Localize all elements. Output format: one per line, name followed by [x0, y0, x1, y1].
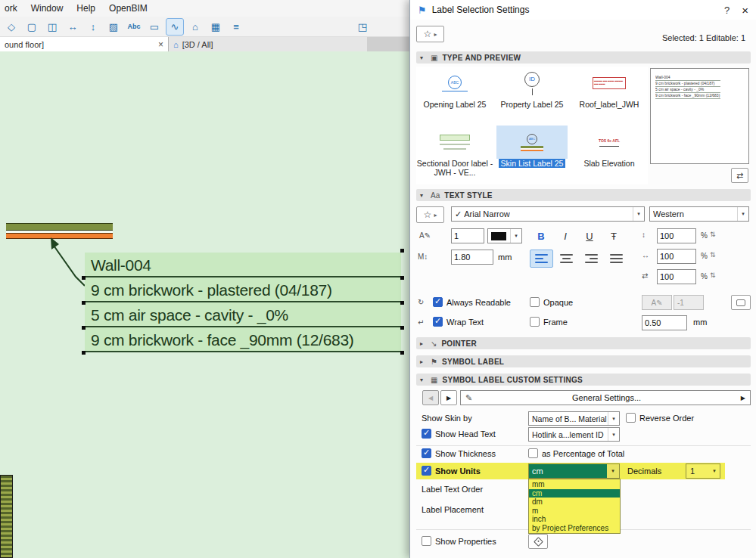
label-preview-pane: Wall-004 9 cm brickwork - plastered (04/… [650, 68, 749, 164]
axonometry-icon[interactable]: ◳ [353, 18, 372, 36]
menu-openbim[interactable]: OpenBIM [109, 3, 148, 14]
selection-handle[interactable] [400, 351, 404, 355]
align-right-button[interactable] [580, 250, 603, 268]
text-tool-icon[interactable]: Abc [125, 18, 143, 36]
general-settings-bar[interactable]: ✎ General Settings... ▶ [460, 390, 751, 405]
show-properties-checkbox[interactable] [422, 536, 431, 546]
show-units-checkbox[interactable] [422, 466, 431, 476]
as-percentage-checkbox[interactable] [528, 448, 538, 458]
font-size-input[interactable] [451, 228, 484, 243]
stepper-icon[interactable]: ⇅ [710, 251, 716, 259]
section-symbol-label-custom-settings[interactable]: ▾ ▦ SYMBOL LABEL CUSTOM SETTINGS [416, 374, 751, 386]
show-thickness-checkbox[interactable] [422, 448, 431, 458]
wall-section[interactable] [6, 223, 113, 239]
frame-checkbox[interactable] [530, 317, 540, 327]
menu-help[interactable]: Help [76, 3, 95, 14]
text-pen-color-combo[interactable]: ▾ [487, 228, 522, 243]
label-skin-row: 5 cm air space - cavity - _0% [85, 302, 401, 327]
opaque-checkbox[interactable] [530, 297, 540, 307]
frame-offset-input[interactable] [642, 315, 687, 330]
underline-button[interactable]: U [578, 227, 601, 245]
split-window-icon[interactable]: ◫ [43, 18, 61, 36]
units-option-by-project-preferences[interactable]: by Project Preferences [529, 524, 620, 533]
tab-3d-all[interactable]: ⌂ [3D / All] [168, 37, 367, 51]
properties-button[interactable] [528, 534, 548, 549]
menu-window[interactable]: Window [31, 3, 64, 14]
page-forward-button[interactable]: ▶ [440, 390, 457, 405]
pan-icon[interactable]: ↕ [84, 18, 102, 36]
type-item-skin-list[interactable]: ABC Skin List Label 25 [493, 126, 571, 184]
page-back-button[interactable]: ◀ [422, 390, 439, 405]
tracking-input[interactable] [657, 269, 696, 284]
section-symbol-label[interactable]: ▸ ⚑ SYMBOL LABEL [416, 355, 751, 367]
align-left-button[interactable] [530, 250, 553, 268]
width-factor-input[interactable] [657, 249, 696, 264]
units-combo[interactable]: cm ▾ [528, 463, 620, 479]
transfer-settings-button[interactable]: ⇄ [731, 168, 748, 183]
line-spacing-input[interactable] [657, 228, 696, 243]
close-tab-icon[interactable]: × [158, 39, 163, 50]
stepper-icon[interactable]: ⇅ [710, 231, 716, 238]
dialog-titlebar[interactable]: ⚑ Label Selection Settings ? × [410, 0, 756, 20]
roof-tool-icon[interactable]: ⌂ [186, 18, 204, 36]
selection-handle[interactable] [400, 326, 404, 330]
selection-handle[interactable] [82, 276, 86, 280]
selection-handle[interactable] [400, 276, 404, 280]
section-pointer[interactable]: ▸ ↘ POINTER [416, 337, 751, 349]
decimals-combo[interactable]: 1 ▾ [686, 463, 720, 479]
selection-handle[interactable] [82, 326, 86, 330]
drawing-canvas[interactable]: Wall-004 9 cm brickwork - plastered (04/… [0, 51, 409, 558]
type-item-sectional-door[interactable]: Sectional Door label - JWH - VE... [416, 126, 493, 184]
sectional-door-icon [419, 126, 490, 159]
units-option-mm[interactable]: mm [529, 480, 620, 489]
always-readable-checkbox[interactable] [433, 297, 443, 307]
selection-handle[interactable] [82, 351, 86, 355]
align-center-button[interactable] [555, 250, 578, 268]
show-head-text-checkbox[interactable] [422, 429, 431, 439]
skin-by-combo[interactable]: Name of B... Material ▾ [528, 411, 620, 426]
units-option-cm[interactable]: cm [529, 489, 620, 498]
text-favorites-button[interactable]: ☆ ▸ [416, 206, 444, 223]
selection-handle[interactable] [400, 249, 404, 253]
type-item-opening-label[interactable]: ABC Opening Label 25 [416, 67, 493, 126]
type-item-roof-label[interactable]: ▂▂▂▂ ▂▂ ▂▂▂ ▂▂▂▂ ▂▂ ▂▂▂ Roof_label_JWH [571, 67, 648, 126]
stepper-icon[interactable]: ⇅ [710, 271, 716, 279]
strikethrough-button[interactable]: Ŧ [602, 227, 625, 245]
reverse-order-checkbox[interactable] [626, 413, 636, 423]
tab-ground-floor[interactable]: ound floor] × [0, 37, 168, 51]
fit-width-icon[interactable]: ↔ [64, 18, 82, 36]
wall-label[interactable]: Wall-004 9 cm brickwork - plastered (04/… [85, 253, 401, 352]
head-text-combo[interactable]: Hotlink a...lement ID ▾ [528, 427, 620, 442]
close-button[interactable]: × [742, 4, 748, 17]
units-option-inch[interactable]: inch [529, 515, 620, 524]
spline-tool-icon[interactable]: ∿ [166, 18, 184, 36]
preview-line: Wall-004 [655, 75, 720, 81]
background-pen-button[interactable] [731, 295, 751, 310]
font-combo[interactable]: ✓ Arial Narrow ▾ [451, 206, 645, 222]
show-units-label: Show Units [435, 467, 481, 476]
grid-icon[interactable]: ▦ [207, 18, 225, 36]
marquee-diamond-icon[interactable]: ◇ [2, 18, 20, 36]
layers-icon[interactable]: ≡ [227, 18, 245, 36]
units-option-dm[interactable]: dm [529, 498, 620, 507]
favorites-button[interactable]: ☆ ▸ [416, 26, 444, 42]
selection-handle[interactable] [400, 301, 404, 305]
section-type-and-preview[interactable]: ▾ ▣ TYPE AND PREVIEW [416, 51, 751, 64]
selection-handle[interactable] [82, 301, 86, 305]
align-justify-button[interactable] [605, 250, 628, 268]
italic-button[interactable]: I [554, 227, 577, 245]
text-height-input[interactable] [451, 250, 493, 265]
wrap-text-checkbox[interactable] [433, 317, 443, 327]
detail-icon[interactable]: ▭ [145, 18, 163, 36]
virtual-trace-icon[interactable]: ▢ [23, 18, 41, 36]
encoding-combo[interactable]: Western ▾ [649, 206, 749, 222]
type-item-property-label[interactable]: ID Property Label 25 [493, 67, 571, 126]
help-button[interactable]: ? [724, 5, 730, 16]
section-text-style[interactable]: ▾ Aa TEXT STYLE [416, 189, 751, 201]
bold-button[interactable]: B [530, 227, 552, 245]
units-option-m[interactable]: m [529, 507, 620, 516]
section-title: TEXT STYLE [444, 191, 493, 200]
menu-teamwork[interactable]: ork [5, 3, 17, 14]
type-item-slab-elevation[interactable]: TOS 6c AFL Slab Elevation [571, 126, 648, 184]
hatch-icon[interactable]: ▨ [104, 18, 123, 36]
